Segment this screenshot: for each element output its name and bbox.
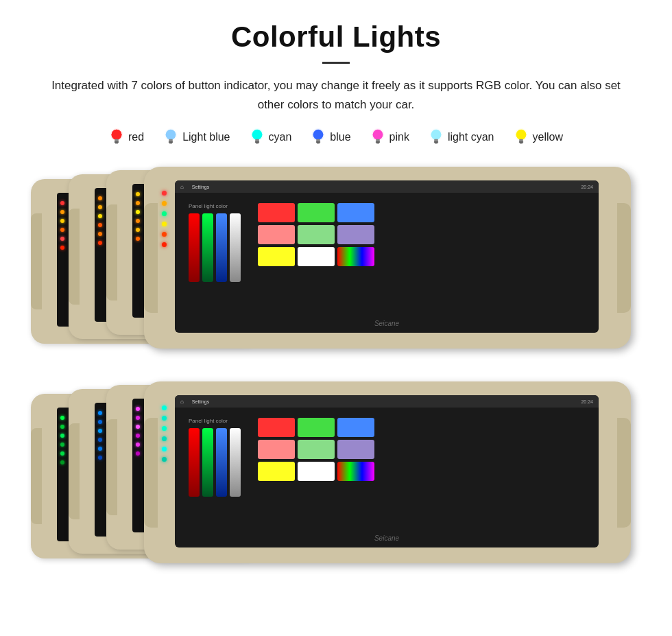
svg-rect-15 [255, 143, 259, 143]
color-item-cyan: cyan [250, 128, 292, 146]
svg-point-27 [430, 128, 443, 141]
color-grid-section-top [258, 203, 374, 266]
page-container: Colorful Lights Integrated with 7 colors… [0, 0, 672, 611]
svg-rect-35 [519, 143, 523, 143]
color-label-pink: pink [389, 131, 409, 143]
screen-content-bottom: Panel light color [175, 408, 599, 507]
screen-time-top: 20:24 [581, 185, 593, 189]
svg-rect-5 [115, 143, 119, 143]
side-indicators-bottom [162, 405, 167, 462]
screen-settings-label: Settings [192, 185, 209, 189]
color-item-lightblue: Light blue [163, 128, 230, 146]
bulb-icon-pink [370, 128, 385, 146]
svg-rect-29 [434, 141, 439, 143]
svg-rect-9 [169, 141, 173, 143]
svg-rect-34 [518, 141, 523, 143]
watermark-bottom: Seicane [374, 534, 399, 542]
svg-point-7 [165, 128, 178, 141]
page-title: Colorful Lights [27, 21, 645, 54]
svg-rect-33 [519, 139, 523, 142]
bulb-icon-blue [311, 128, 326, 146]
svg-rect-14 [254, 141, 259, 143]
svg-rect-8 [169, 139, 173, 142]
color-label-yellow: yellow [533, 131, 563, 143]
color-grid-top [258, 203, 374, 266]
bulb-icon-cyan [250, 128, 265, 146]
main-screen-top: ⌂ Settings 20:24 Panel light color [175, 180, 599, 333]
svg-rect-18 [317, 139, 321, 142]
color-item-pink: pink [370, 128, 409, 146]
side-indicators-top [162, 191, 167, 247]
svg-rect-19 [316, 141, 321, 143]
color-item-red: red [109, 128, 144, 146]
color-item-blue: blue [311, 128, 350, 146]
device-main-top: ⌂ Settings 20:24 Panel light color [144, 167, 631, 349]
color-label-cyan: cyan [269, 131, 292, 143]
svg-rect-24 [375, 141, 380, 143]
svg-rect-20 [317, 143, 320, 143]
svg-point-12 [250, 128, 263, 141]
color-label-lightblue: Light blue [182, 131, 230, 143]
bezel-left-1 [31, 213, 42, 309]
color-label-lightcyan: light cyan [448, 131, 494, 143]
bulb-icon-red [109, 128, 124, 146]
screen-header-top: ⌂ Settings 20:24 [175, 180, 599, 193]
svg-rect-4 [115, 141, 119, 143]
svg-rect-13 [255, 139, 259, 142]
color-bars-top [189, 213, 241, 282]
svg-rect-30 [435, 143, 438, 143]
color-bars-section-bottom: Panel light color [189, 418, 241, 497]
top-device-stack: ⌂ Settings 20:24 Panel light color [27, 167, 645, 369]
svg-rect-23 [376, 139, 380, 142]
watermark-top: Seicane [374, 320, 399, 327]
device-main-bottom: ⌂ Settings 20:24 Panel light color [144, 381, 631, 563]
svg-rect-25 [376, 143, 379, 143]
bottom-device-stack: ⌂ Settings 20:24 Panel light color [27, 381, 645, 584]
color-label-red: red [128, 131, 144, 143]
bulb-icon-lightblue [163, 128, 178, 146]
bulb-icon-yellow [514, 128, 529, 146]
title-section: Colorful Lights Integrated with 7 colors… [27, 21, 645, 115]
panel-label-top: Panel light color [189, 203, 241, 209]
svg-point-22 [371, 128, 384, 141]
screen-content-top: Panel light color [175, 193, 599, 292]
screen-settings-label-b: Settings [192, 399, 209, 404]
screen-header-bottom: ⌂ Settings 20:24 [175, 395, 599, 408]
color-list: red Light blue cyan [27, 128, 645, 146]
svg-point-2 [110, 128, 123, 141]
title-divider [322, 62, 350, 64]
main-screen-bottom: ⌂ Settings 20:24 Panel light color [175, 395, 599, 547]
svg-rect-10 [169, 143, 173, 143]
color-bars-section-top: Panel light color [189, 203, 241, 282]
screen-time-bottom: 20:24 [581, 399, 593, 404]
color-item-yellow: yellow [514, 128, 563, 146]
bulb-icon-lightcyan [429, 128, 444, 146]
color-item-lightcyan: light cyan [429, 128, 494, 146]
panel-label-bottom: Panel light color [189, 418, 241, 424]
description-text: Integrated with 7 colors of button indic… [45, 76, 627, 115]
color-label-blue: blue [330, 131, 350, 143]
svg-rect-28 [434, 139, 438, 142]
svg-rect-3 [115, 139, 119, 142]
top-devices-row: ⌂ Settings 20:24 Panel light color [27, 167, 645, 369]
svg-point-32 [514, 128, 527, 141]
color-grid-section-bottom [258, 418, 374, 481]
bottom-devices-row: ⌂ Settings 20:24 Panel light color [27, 381, 645, 584]
svg-point-17 [312, 128, 325, 141]
